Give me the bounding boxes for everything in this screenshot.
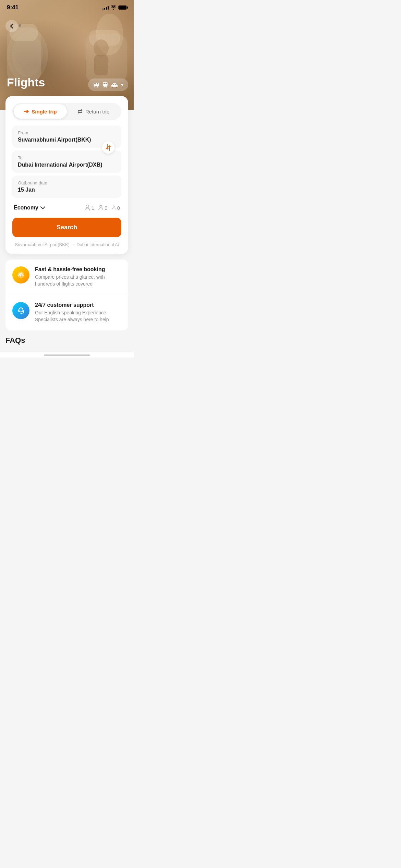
swap-icon — [106, 144, 111, 151]
hero-section: 9:41 Fl — [0, 0, 134, 110]
signal-icon — [102, 5, 109, 10]
status-time: 9:41 — [7, 4, 19, 11]
to-value: Dubai International Airport(DXB) — [18, 162, 116, 168]
svg-point-7 — [94, 39, 109, 57]
to-field[interactable]: To Dubai International Airport(DXB) — [12, 150, 121, 173]
feature-desc-support: Our English-speaking Experience Speciali… — [35, 310, 121, 323]
wifi-icon — [111, 5, 116, 10]
features-wrapper: Fast & hassle-free booking Compare price… — [5, 260, 128, 330]
back-button[interactable] — [5, 20, 18, 32]
battery-icon — [118, 5, 127, 10]
from-value: Suvarnabhumi Airport(BKK) — [18, 137, 116, 143]
svg-point-26 — [100, 205, 102, 207]
status-bar: 9:41 — [0, 0, 134, 15]
svg-rect-10 — [94, 83, 96, 84]
svg-rect-15 — [104, 83, 105, 84]
date-field[interactable]: Outbound date 15 Jan — [12, 176, 121, 198]
from-to-wrapper: From Suvarnabhumi Airport(BKK) To Dubai … — [12, 125, 121, 173]
svg-rect-9 — [94, 83, 99, 86]
features-section: Fast & hassle-free booking Compare price… — [5, 260, 128, 330]
svg-point-21 — [112, 87, 113, 88]
transport-icons — [93, 81, 118, 88]
children-value: 0 — [105, 205, 107, 211]
svg-rect-23 — [113, 84, 114, 85]
infants-count: 0 — [112, 205, 120, 211]
to-label: To — [18, 155, 116, 160]
feature-content-booking: Fast & hassle-free booking Compare price… — [35, 266, 121, 287]
single-trip-icon: ➔ — [24, 108, 29, 115]
feature-title-support: 24/7 customer support — [35, 302, 121, 308]
feature-title-booking: Fast & hassle-free booking — [35, 266, 121, 273]
from-label: From — [18, 130, 116, 135]
svg-rect-19 — [104, 86, 107, 87]
svg-rect-29 — [18, 310, 19, 312]
date-value: 15 Jan — [18, 187, 116, 193]
plane-icon — [16, 270, 26, 280]
options-row: Economy 1 0 — [12, 201, 121, 215]
single-trip-label: Single trip — [32, 109, 57, 114]
svg-rect-24 — [115, 84, 116, 85]
feature-card-booking: Fast & hassle-free booking Compare price… — [5, 260, 128, 294]
hero-illustration — [0, 0, 134, 110]
trip-toggle: ➔ Single trip ⇄ Return trip — [12, 103, 121, 120]
feature-desc-booking: Compare prices at a glance, with hundred… — [35, 274, 121, 287]
adult-icon — [85, 205, 90, 211]
class-selector[interactable]: Economy — [14, 205, 45, 211]
svg-rect-11 — [97, 83, 98, 84]
single-trip-option[interactable]: ➔ Single trip — [14, 104, 67, 119]
swap-button[interactable] — [102, 141, 114, 154]
passengers-display: 1 0 0 — [85, 205, 120, 211]
class-label: Economy — [14, 205, 38, 211]
children-count: 0 — [98, 205, 107, 211]
page-indicator — [19, 24, 21, 27]
bus-icon — [93, 81, 100, 88]
feature-icon-booking — [12, 266, 29, 284]
train-icon — [102, 81, 109, 88]
feature-card-support: 24/7 customer support Our English-speaki… — [5, 295, 128, 330]
transport-chevron-icon: ▾ — [121, 82, 123, 87]
faqs-section: FAQs — [5, 336, 128, 352]
transport-selector[interactable]: ▾ — [88, 79, 128, 91]
svg-point-13 — [97, 86, 98, 87]
adults-value: 1 — [92, 205, 94, 211]
adults-count: 1 — [85, 205, 94, 211]
route-hint: Suvarnabhumi Airport(BKK) → Dubai Intern… — [12, 242, 121, 247]
headset-icon — [16, 306, 26, 315]
return-trip-label: Return trip — [85, 109, 109, 114]
page-title: Flights — [7, 76, 45, 89]
status-icons — [102, 5, 127, 10]
svg-rect-16 — [106, 83, 107, 84]
date-label: Outbound date — [18, 180, 116, 185]
search-button[interactable]: Search — [12, 218, 121, 237]
svg-point-27 — [113, 206, 114, 207]
car-icon — [111, 82, 118, 88]
faqs-title: FAQs — [5, 336, 25, 345]
infants-value: 0 — [117, 205, 120, 211]
return-trip-option[interactable]: ⇄ Return trip — [67, 104, 120, 119]
child-icon — [98, 205, 103, 210]
svg-rect-20 — [111, 85, 118, 87]
infant-icon — [112, 205, 116, 210]
return-trip-icon: ⇄ — [77, 108, 83, 115]
home-indicator — [0, 352, 134, 358]
main-search-card: ➔ Single trip ⇄ Return trip From Suvarna… — [5, 96, 128, 254]
svg-point-22 — [116, 87, 117, 88]
class-chevron-icon — [40, 206, 45, 209]
svg-rect-8 — [94, 55, 108, 75]
svg-point-12 — [94, 86, 95, 87]
home-bar — [44, 354, 90, 356]
feature-content-support: 24/7 customer support Our English-speaki… — [35, 302, 121, 323]
svg-point-25 — [86, 205, 89, 208]
svg-rect-14 — [103, 82, 107, 86]
feature-icon-support — [12, 302, 29, 319]
svg-point-31 — [21, 313, 22, 314]
